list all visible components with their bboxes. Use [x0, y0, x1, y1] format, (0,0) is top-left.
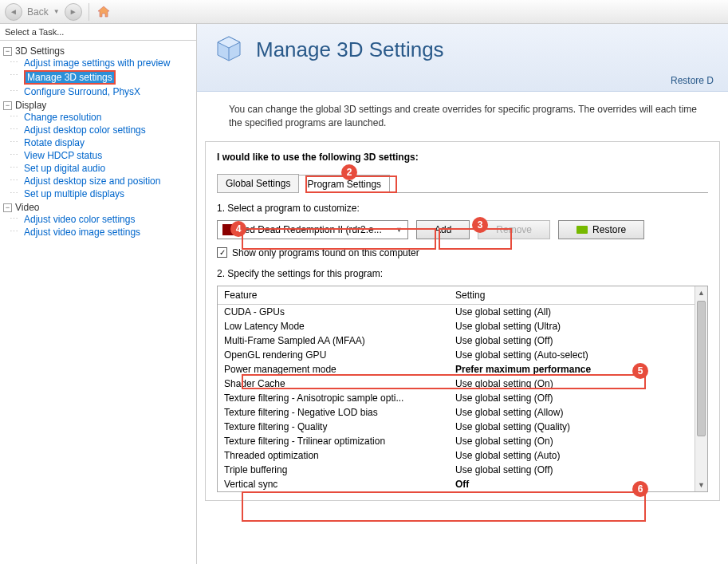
setting-cell[interactable]: Use global setting (Off) [449, 463, 707, 477]
setting-cell[interactable]: Use global setting (Allow) [449, 405, 707, 420]
scroll-up-icon[interactable]: ▲ [695, 286, 707, 299]
table-row[interactable]: Power management modePrefer maximum perf… [218, 362, 707, 377]
feature-cell: Low Latency Mode [218, 319, 449, 333]
content-header: Manage 3D Settings Restore D [197, 24, 728, 92]
tab-program-settings[interactable]: Program Settings [298, 175, 390, 193]
setting-cell[interactable]: Use global setting (Auto-select) [449, 348, 707, 362]
tree-connector: ⋯ [10, 57, 24, 68]
table-row[interactable]: Shader CacheUse global setting (On) [218, 377, 707, 391]
tree-item[interactable]: ⋯Rotate display [10, 136, 193, 149]
tree-item[interactable]: ⋯Configure Surround, PhysX [10, 85, 193, 98]
restore-button[interactable]: Restore [558, 220, 644, 239]
sidebar: Select a Task... −3D Settings⋯Adjust ima… [0, 24, 197, 564]
tree-link[interactable]: View HDCP status [24, 150, 102, 161]
tree-item[interactable]: ⋯Change resolution [10, 111, 193, 124]
tree-item[interactable]: ⋯View HDCP status [10, 149, 193, 162]
tree-item[interactable]: ⋯Manage 3D settings [10, 69, 193, 85]
show-only-installed-checkbox[interactable]: ✓ [217, 247, 227, 258]
tree-group-video[interactable]: −Video [3, 202, 193, 213]
table-row[interactable]: Threaded optimizationUse global setting … [218, 448, 707, 463]
tree-connector: ⋯ [10, 137, 24, 148]
tree-item[interactable]: ⋯Adjust video color settings [10, 213, 193, 226]
table-scrollbar[interactable]: ▲ ▼ [695, 286, 707, 491]
tabs: Global Settings Program Settings [217, 174, 708, 193]
table-row[interactable]: Multi-Frame Sampled AA (MFAA)Use global … [218, 333, 707, 348]
setting-cell[interactable]: Prefer maximum performance [449, 362, 707, 377]
feature-cell: Shader Cache [218, 377, 449, 391]
page-title: Manage 3D Settings [256, 37, 444, 62]
table-row[interactable]: OpenGL rendering GPUUse global setting (… [218, 348, 707, 362]
tree-link[interactable]: Configure Surround, PhysX [24, 86, 140, 97]
column-setting[interactable]: Setting [449, 286, 707, 304]
program-select-value: Red Dead Redemption II (rdr2.e... [238, 224, 382, 235]
scroll-thumb[interactable] [697, 301, 706, 436]
tree-group-3d-settings[interactable]: −3D Settings [3, 45, 193, 57]
tree-link[interactable]: Adjust desktop color settings [24, 124, 146, 136]
expander-icon[interactable]: − [3, 101, 12, 110]
tree-connector: ⋯ [10, 86, 24, 97]
tree-item[interactable]: ⋯Adjust desktop color settings [10, 124, 193, 136]
column-feature[interactable]: Feature [218, 286, 449, 304]
tree-link[interactable]: Adjust desktop size and position [24, 176, 160, 187]
tree-item[interactable]: ⋯Set up digital audio [10, 162, 193, 175]
table-row[interactable]: Vertical syncOff [218, 477, 707, 491]
tree-group-label: Display [15, 100, 46, 111]
feature-cell: Texture filtering - Quality [218, 420, 449, 434]
tab-global-settings[interactable]: Global Settings [217, 174, 299, 192]
tree-item[interactable]: ⋯Adjust image settings with preview [10, 57, 193, 69]
home-icon[interactable] [96, 4, 112, 20]
tree-item[interactable]: ⋯Adjust desktop size and position [10, 175, 193, 187]
tree-item[interactable]: ⋯Set up multiple displays [10, 187, 193, 200]
tree-link[interactable]: Change resolution [24, 112, 101, 123]
table-row[interactable]: Triple bufferingUse global setting (Off) [218, 463, 707, 477]
settings-panel: I would like to use the following 3D set… [205, 141, 720, 501]
expander-icon[interactable]: − [3, 203, 12, 212]
table-row[interactable]: Texture filtering - QualityUse global se… [218, 420, 707, 434]
feature-cell: Triple buffering [218, 463, 449, 477]
setting-cell[interactable]: Use global setting (On) [449, 377, 707, 391]
forward-button[interactable]: ► [65, 3, 82, 21]
page-description: You can change the global 3D settings an… [197, 92, 728, 141]
restore-defaults-link[interactable]: Restore D [211, 67, 714, 86]
show-only-installed-label: Show only programs found on this compute… [232, 247, 419, 258]
scroll-down-icon[interactable]: ▼ [695, 479, 707, 491]
tree-link[interactable]: Adjust video color settings [24, 214, 135, 225]
expander-icon[interactable]: − [3, 47, 12, 56]
feature-cell: Texture filtering - Anisotropic sample o… [218, 391, 449, 405]
tree-link[interactable]: Set up multiple displays [24, 188, 124, 199]
table-row[interactable]: Texture filtering - Anisotropic sample o… [218, 391, 707, 405]
tree-connector: ⋯ [10, 112, 24, 122]
chevron-down-icon: ▼ [395, 226, 403, 234]
settings-table: Feature Setting CUDA - GPUsUse global se… [217, 286, 708, 492]
tree-link[interactable]: Set up digital audio [24, 163, 105, 174]
table-row[interactable]: CUDA - GPUsUse global setting (All) [218, 305, 707, 319]
table-row[interactable]: Texture filtering - Negative LOD biasUse… [218, 405, 707, 420]
program-select[interactable]: Red Dead Redemption II (rdr2.e... ▼ [217, 220, 408, 239]
back-button[interactable]: ◄ [5, 3, 22, 21]
tree-link[interactable]: Adjust video image settings [24, 227, 140, 238]
setting-cell[interactable]: Use global setting (Auto) [449, 448, 707, 463]
toolbar: ◄ Back ▼ ► [0, 0, 728, 24]
panel-title: I would like to use the following 3D set… [217, 152, 708, 163]
tree-item[interactable]: ⋯Adjust video image settings [10, 226, 193, 239]
tree-link[interactable]: Rotate display [24, 137, 85, 148]
setting-cell[interactable]: Use global setting (Off) [449, 333, 707, 348]
tree-group-display[interactable]: −Display [3, 100, 193, 111]
table-row[interactable]: Low Latency ModeUse global setting (Ultr… [218, 319, 707, 333]
program-icon [222, 224, 234, 235]
tree-link[interactable]: Adjust image settings with preview [24, 57, 170, 69]
feature-cell: CUDA - GPUs [218, 305, 449, 319]
back-history-dropdown[interactable]: ▼ [53, 8, 60, 15]
tree-link[interactable]: Manage 3D settings [26, 72, 114, 83]
cube-icon [211, 32, 246, 67]
setting-cell[interactable]: Off [449, 477, 707, 491]
setting-cell[interactable]: Use global setting (Ultra) [449, 319, 707, 333]
add-button[interactable]: Add [416, 220, 470, 239]
remove-button: Remove [478, 220, 550, 239]
setting-cell[interactable]: Use global setting (On) [449, 434, 707, 448]
tree-connector: ⋯ [10, 150, 24, 160]
setting-cell[interactable]: Use global setting (Quality) [449, 420, 707, 434]
setting-cell[interactable]: Use global setting (All) [449, 305, 707, 319]
table-row[interactable]: Texture filtering - Trilinear optimizati… [218, 434, 707, 448]
setting-cell[interactable]: Use global setting (Off) [449, 391, 707, 405]
